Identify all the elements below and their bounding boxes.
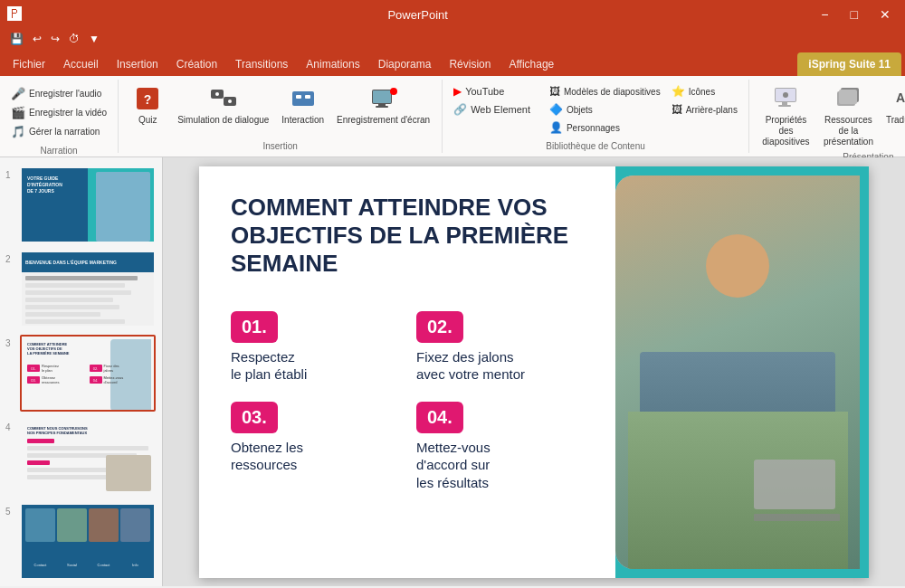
tab-revision[interactable]: Révision: [440, 52, 500, 76]
svg-rect-8: [305, 95, 310, 99]
ribbon-group-narration: 🎤 Enregistrer l'audio 🎬 Enregistrer la v…: [0, 80, 119, 153]
svg-point-18: [783, 92, 788, 98]
ribbon-group-insertion: ? Quiz Simulation de dialogue: [119, 80, 443, 153]
app-icon: 🅿: [7, 6, 22, 23]
slide-points-grid: 01. Respectez le plan établi 02. Fixez d…: [231, 311, 575, 492]
personnages-icon: 👤: [549, 121, 563, 134]
minimize-button[interactable]: −: [814, 5, 835, 24]
slide-thumb-1[interactable]: 1 VOTRE GUIDED'INTÉGRATIONDE 7 JOURS: [4, 165, 158, 245]
slide-image-5: Contact Social Contact Info: [20, 503, 156, 580]
ressources-button[interactable]: Ressources de la présentation: [819, 81, 878, 150]
ressources-icon: [834, 84, 862, 113]
tab-creation[interactable]: Création: [167, 52, 226, 76]
ribbon-group-bibliotheque: ▶ YouTube 🔗 Web Element 🖼 Modèles de dia…: [443, 80, 749, 153]
ribbon: 🎤 Enregistrer l'audio 🎬 Enregistrer la v…: [0, 76, 905, 157]
icones-button[interactable]: ⭐ Icônes: [668, 83, 741, 100]
slide-thumb-3[interactable]: 3 COMMENT ATTEINDREVOS OBJECTIFS DELA PR…: [4, 333, 158, 413]
tab-diaporama[interactable]: Diaporama: [369, 52, 441, 76]
proprietes-icon: [771, 84, 800, 113]
microphone-icon: 🎤: [11, 87, 25, 100]
enregistrer-audio-button[interactable]: 🎤 Enregistrer l'audio: [7, 85, 110, 102]
title-bar: 🅿 PowerPoint − □ ✕: [0, 0, 905, 29]
slide-point-2: 02. Fixez des jalons avec votre mentor: [416, 311, 575, 384]
simulation-button[interactable]: Simulation de dialogue: [173, 81, 273, 128]
main-area: 1 VOTRE GUIDED'INTÉGRATIONDE 7 JOURS 2: [0, 157, 905, 586]
traduction-button[interactable]: A あ Traduction: [881, 81, 905, 128]
tab-transitions[interactable]: Transitions: [226, 52, 297, 76]
app-title: PowerPoint: [22, 8, 814, 22]
slide-point-4: 04. Mettez-vous d'accord sur les résulta…: [416, 402, 575, 492]
window-controls[interactable]: − □ ✕: [814, 5, 898, 24]
tab-fichier[interactable]: Fichier: [4, 52, 54, 76]
screen-record-icon: [369, 84, 398, 113]
simulation-icon: [209, 84, 238, 113]
slide-image-2: BIENVENUE DANS L'ÉQUIPE MARKETING: [20, 251, 156, 327]
arriereplan-button[interactable]: 🖼 Arrière-plans: [668, 101, 741, 118]
manage-icon: 🎵: [11, 125, 25, 138]
menu-tabs: Fichier Accueil Insertion Création Trans…: [0, 49, 905, 76]
title-bar-left: 🅿: [7, 6, 22, 23]
presentation-buttons: Propriétés des diapositives Ressources d…: [757, 81, 905, 150]
web-icon: 🔗: [453, 103, 467, 116]
interaction-button[interactable]: Interaction: [277, 81, 329, 128]
tab-ispring[interactable]: iSpring Suite 11: [797, 52, 901, 76]
current-slide-canvas: COMMENT ATTEINDRE VOS OBJECTIFS DE LA PR…: [199, 166, 869, 578]
slide-thumb-5[interactable]: 5 Contact Social Contact: [4, 501, 158, 582]
svg-point-4: [215, 92, 219, 96]
tab-accueil[interactable]: Accueil: [54, 52, 108, 76]
slide-number-1: 1: [5, 166, 16, 180]
maximize-button[interactable]: □: [843, 5, 865, 24]
slide-title: COMMENT ATTEINDRE VOS OBJECTIFS DE LA PR…: [231, 194, 575, 279]
quiz-button[interactable]: ? Quiz: [126, 81, 169, 128]
svg-rect-17: [778, 105, 791, 107]
point-badge-1: 01.: [231, 311, 278, 343]
gerer-narration-button[interactable]: 🎵 Gérer la narration: [7, 123, 110, 140]
point-text-2: Fixez des jalons avec votre mentor: [416, 348, 575, 384]
narration-col: 🎤 Enregistrer l'audio 🎬 Enregistrer la v…: [7, 81, 110, 144]
svg-rect-13: [376, 106, 388, 108]
svg-point-11: [390, 88, 397, 95]
svg-rect-7: [296, 95, 301, 99]
timer-button[interactable]: ⏱: [66, 32, 82, 46]
enregistrement-button[interactable]: Enregistrement d'écran: [332, 81, 434, 128]
insertion-label: Insertion: [262, 139, 297, 151]
icones-icon: ⭐: [672, 85, 685, 98]
point-text-3: Obtenez les ressources: [231, 439, 389, 474]
svg-text:?: ?: [144, 92, 152, 107]
point-badge-4: 04.: [416, 402, 463, 433]
objets-button[interactable]: 🔷 Objets: [546, 101, 664, 118]
youtube-button[interactable]: ▶ YouTube: [450, 83, 534, 100]
traduction-icon: A あ: [892, 84, 905, 113]
svg-text:A: A: [896, 90, 905, 105]
slide-thumb-4[interactable]: 4 COMMENT NOUS CONSTRUISONSNOS PRINCIPES…: [4, 417, 158, 498]
enregistrer-video-button[interactable]: 🎬 Enregistrer la vidéo: [7, 104, 110, 121]
modeles-button[interactable]: 🖼 Modèles de diapositives: [546, 83, 664, 100]
slide-image-1: VOTRE GUIDED'INTÉGRATIONDE 7 JOURS: [20, 166, 156, 243]
web-element-button[interactable]: 🔗 Web Element: [450, 101, 534, 118]
ribbon-group-presentation: Propriétés des diapositives Ressources d…: [749, 80, 905, 153]
slide-point-3: 03. Obtenez les ressources: [231, 402, 389, 492]
quick-access-dropdown[interactable]: ▼: [86, 32, 102, 46]
slide-thumb-2[interactable]: 2 BIENVENUE DANS L'ÉQUIPE MARKETING: [4, 249, 158, 329]
quiz-icon: ?: [133, 84, 162, 113]
tab-animations[interactable]: Animations: [297, 52, 368, 76]
objets-icon: 🔷: [549, 103, 563, 116]
narration-buttons: 🎤 Enregistrer l'audio 🎬 Enregistrer la v…: [7, 81, 110, 144]
close-button[interactable]: ✕: [872, 5, 898, 24]
save-button[interactable]: 💾: [7, 32, 26, 46]
proprietes-button[interactable]: Propriétés des diapositives: [757, 81, 815, 150]
tab-insertion[interactable]: Insertion: [108, 52, 167, 76]
svg-point-5: [228, 100, 232, 103]
slide-title-area: COMMENT ATTEINDRE VOS OBJECTIFS DE LA PR…: [231, 194, 575, 306]
slide-number-4: 4: [5, 419, 16, 432]
video-icon: 🎬: [11, 106, 25, 119]
tab-affichage[interactable]: Affichage: [500, 52, 563, 76]
redo-button[interactable]: ↪: [48, 32, 62, 46]
svg-rect-21: [839, 90, 857, 104]
personnages-button[interactable]: 👤 Personnages: [546, 119, 664, 136]
insertion-buttons: ? Quiz Simulation de dialogue: [126, 81, 434, 139]
undo-button[interactable]: ↩: [30, 32, 44, 46]
point-badge-3: 03.: [231, 402, 278, 433]
slide-point-1: 01. Respectez le plan établi: [231, 311, 389, 384]
bibliotheque-buttons: ▶ YouTube 🔗 Web Element 🖼 Modèles de dia…: [450, 81, 741, 139]
